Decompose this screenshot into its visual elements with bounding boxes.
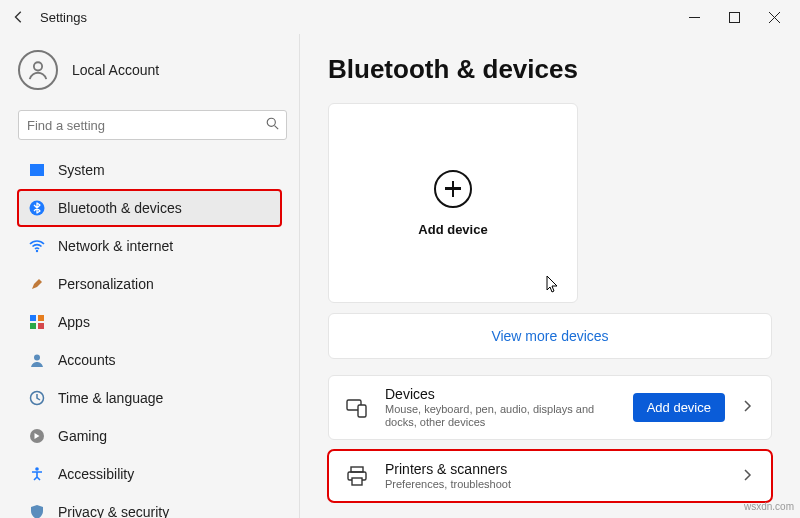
sidebar: Local Account System Bluetooth & devices (0, 34, 300, 518)
sidebar-item-personalization[interactable]: Personalization (18, 266, 281, 302)
devices-subtitle: Mouse, keyboard, pen, audio, displays an… (385, 403, 619, 429)
plus-circle-icon (434, 170, 472, 208)
maximize-icon (729, 12, 740, 23)
add-device-button[interactable]: Add device (633, 393, 725, 422)
devices-text: Devices Mouse, keyboard, pen, audio, dis… (385, 386, 619, 429)
arrow-left-icon (12, 10, 26, 24)
minimize-button[interactable] (674, 2, 714, 32)
svg-rect-7 (30, 315, 36, 321)
sidebar-item-label: Apps (58, 314, 90, 330)
svg-point-2 (34, 62, 42, 70)
sidebar-item-gaming[interactable]: Gaming (18, 418, 281, 454)
main-panel: Bluetooth & devices Add device View more… (300, 34, 800, 518)
sidebar-item-label: Gaming (58, 428, 107, 444)
svg-rect-17 (351, 467, 363, 472)
close-icon (769, 12, 780, 23)
sidebar-item-label: Bluetooth & devices (58, 200, 182, 216)
sidebar-item-label: Accounts (58, 352, 116, 368)
svg-point-14 (35, 467, 39, 471)
search-input[interactable] (18, 110, 287, 140)
svg-rect-19 (352, 478, 362, 485)
svg-line-4 (275, 126, 279, 130)
sidebar-item-label: Accessibility (58, 466, 134, 482)
bluetooth-icon (28, 199, 46, 217)
svg-rect-8 (38, 315, 44, 321)
svg-point-6 (36, 250, 38, 252)
add-device-label: Add device (418, 222, 487, 237)
svg-rect-1 (729, 12, 739, 22)
sidebar-item-label: Time & language (58, 390, 163, 406)
chevron-right-icon (739, 469, 757, 484)
sidebar-item-network[interactable]: Network & internet (18, 228, 281, 264)
window-controls (674, 2, 794, 32)
chevron-right-icon (739, 400, 757, 415)
sidebar-item-accessibility[interactable]: Accessibility (18, 456, 281, 492)
avatar (18, 50, 58, 90)
clock-icon (28, 389, 46, 407)
svg-rect-9 (30, 323, 36, 329)
close-button[interactable] (754, 2, 794, 32)
sidebar-item-label: Privacy & security (58, 504, 169, 518)
printer-icon (343, 462, 371, 490)
search-box[interactable] (18, 110, 287, 140)
sidebar-item-bluetooth[interactable]: Bluetooth & devices (18, 190, 281, 226)
sidebar-item-label: System (58, 162, 105, 178)
add-device-card[interactable]: Add device (328, 103, 578, 303)
sidebar-item-apps[interactable]: Apps (18, 304, 281, 340)
svg-rect-10 (38, 323, 44, 329)
wifi-icon (28, 237, 46, 255)
svg-rect-16 (358, 405, 366, 417)
accounts-icon (28, 351, 46, 369)
page-title: Bluetooth & devices (328, 54, 772, 85)
gaming-icon (28, 427, 46, 445)
profile-block[interactable]: Local Account (18, 50, 287, 90)
sidebar-item-accounts[interactable]: Accounts (18, 342, 281, 378)
sidebar-item-label: Network & internet (58, 238, 173, 254)
sidebar-item-time[interactable]: Time & language (18, 380, 281, 416)
window-title: Settings (40, 10, 87, 25)
back-button[interactable] (6, 4, 32, 30)
view-more-label: View more devices (491, 328, 608, 344)
maximize-button[interactable] (714, 2, 754, 32)
devices-card[interactable]: Devices Mouse, keyboard, pen, audio, dis… (328, 375, 772, 440)
accessibility-icon (28, 465, 46, 483)
devices-icon (343, 394, 371, 422)
brush-icon (28, 275, 46, 293)
printers-text: Printers & scanners Preferences, trouble… (385, 461, 725, 491)
svg-point-11 (34, 355, 40, 361)
svg-point-3 (267, 118, 275, 126)
person-icon (27, 59, 49, 81)
sidebar-item-label: Personalization (58, 276, 154, 292)
sidebar-item-system[interactable]: System (18, 152, 281, 188)
sidebar-item-privacy[interactable]: Privacy & security (18, 494, 281, 518)
title-bar: Settings (0, 0, 800, 34)
shield-icon (28, 503, 46, 518)
printers-scanners-card[interactable]: Printers & scanners Preferences, trouble… (328, 450, 772, 502)
printers-title: Printers & scanners (385, 461, 725, 478)
apps-icon (28, 313, 46, 331)
profile-name: Local Account (72, 62, 159, 78)
watermark: wsxdn.com (744, 501, 794, 512)
search-icon (266, 117, 279, 133)
minimize-icon (689, 12, 700, 23)
monitor-icon (28, 161, 46, 179)
printers-subtitle: Preferences, troubleshoot (385, 478, 725, 491)
view-more-devices-button[interactable]: View more devices (328, 313, 772, 359)
nav-list: System Bluetooth & devices Network & int… (18, 152, 287, 518)
devices-title: Devices (385, 386, 619, 403)
